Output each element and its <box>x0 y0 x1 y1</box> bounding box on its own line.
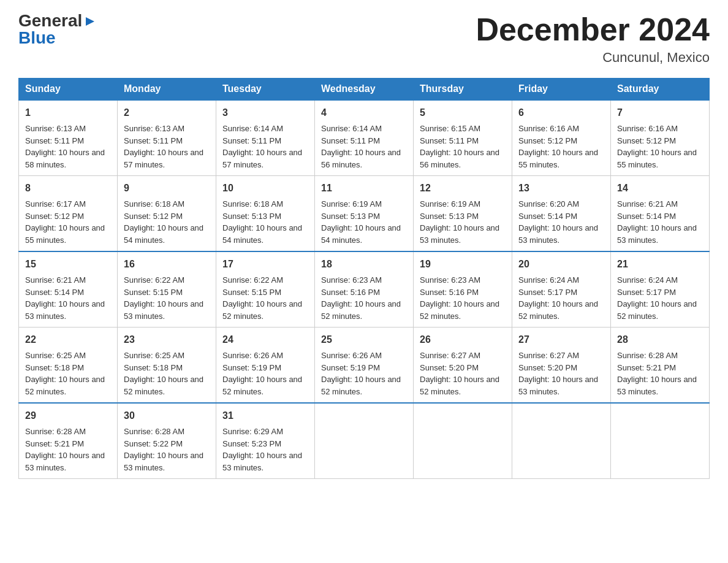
calendar-cell: 3Sunrise: 6:14 AMSunset: 5:11 PMDaylight… <box>216 100 315 176</box>
calendar-table: SundayMondayTuesdayWednesdayThursdayFrid… <box>18 78 710 479</box>
calendar-cell: 12Sunrise: 6:19 AMSunset: 5:13 PMDayligh… <box>414 176 512 252</box>
calendar-cell: 1Sunrise: 6:13 AMSunset: 5:11 PMDaylight… <box>19 100 118 176</box>
day-number: 25 <box>321 332 407 347</box>
day-number: 11 <box>321 181 407 196</box>
logo-blue-text: Blue <box>18 29 56 47</box>
calendar-cell: 21Sunrise: 6:24 AMSunset: 5:17 PMDayligh… <box>611 251 710 327</box>
svg-marker-0 <box>86 17 94 26</box>
calendar-cell: 4Sunrise: 6:14 AMSunset: 5:11 PMDaylight… <box>315 100 414 176</box>
calendar-week-row: 15Sunrise: 6:21 AMSunset: 5:14 PMDayligh… <box>19 251 710 327</box>
day-header-wednesday: Wednesday <box>315 79 414 101</box>
day-number: 27 <box>518 332 604 347</box>
day-number: 6 <box>518 105 604 120</box>
calendar-week-row: 29Sunrise: 6:28 AMSunset: 5:21 PMDayligh… <box>19 403 710 479</box>
day-number: 22 <box>25 332 111 347</box>
calendar-cell: 10Sunrise: 6:18 AMSunset: 5:13 PMDayligh… <box>216 176 315 252</box>
day-number: 16 <box>124 257 210 272</box>
day-number: 10 <box>222 181 308 196</box>
calendar-cell: 25Sunrise: 6:26 AMSunset: 5:19 PMDayligh… <box>315 327 414 404</box>
day-number: 14 <box>617 181 703 196</box>
calendar-cell: 9Sunrise: 6:18 AMSunset: 5:12 PMDaylight… <box>118 176 216 252</box>
day-number: 20 <box>518 257 604 272</box>
calendar-subtitle: Cuncunul, Mexico <box>476 50 710 66</box>
day-header-sunday: Sunday <box>19 79 118 101</box>
calendar-week-row: 8Sunrise: 6:17 AMSunset: 5:12 PMDaylight… <box>19 176 710 252</box>
logo-general-text: General <box>18 12 82 29</box>
calendar-cell: 14Sunrise: 6:21 AMSunset: 5:14 PMDayligh… <box>611 176 710 252</box>
calendar-cell: 18Sunrise: 6:23 AMSunset: 5:16 PMDayligh… <box>315 251 414 327</box>
calendar-cell: 8Sunrise: 6:17 AMSunset: 5:12 PMDaylight… <box>19 176 118 252</box>
day-header-monday: Monday <box>118 79 216 101</box>
day-number: 24 <box>222 332 308 347</box>
day-header-tuesday: Tuesday <box>216 79 315 101</box>
calendar-header-row: SundayMondayTuesdayWednesdayThursdayFrid… <box>19 79 710 101</box>
day-number: 17 <box>222 257 308 272</box>
day-number: 1 <box>25 105 111 120</box>
calendar-cell: 29Sunrise: 6:28 AMSunset: 5:21 PMDayligh… <box>19 403 118 479</box>
day-number: 7 <box>617 105 703 120</box>
day-number: 8 <box>25 181 111 196</box>
calendar-cell: 24Sunrise: 6:26 AMSunset: 5:19 PMDayligh… <box>216 327 315 404</box>
day-number: 18 <box>321 257 407 272</box>
day-number: 31 <box>222 408 308 423</box>
calendar-cell <box>512 403 611 479</box>
calendar-week-row: 22Sunrise: 6:25 AMSunset: 5:18 PMDayligh… <box>19 327 710 404</box>
calendar-cell: 20Sunrise: 6:24 AMSunset: 5:17 PMDayligh… <box>512 251 611 327</box>
header: General Blue December 2024 Cuncunul, Mex… <box>18 12 710 66</box>
day-header-saturday: Saturday <box>611 79 710 101</box>
calendar-cell: 17Sunrise: 6:22 AMSunset: 5:15 PMDayligh… <box>216 251 315 327</box>
day-number: 30 <box>124 408 210 423</box>
day-header-friday: Friday <box>512 79 611 101</box>
calendar-cell: 6Sunrise: 6:16 AMSunset: 5:12 PMDaylight… <box>512 100 611 176</box>
calendar-cell <box>611 403 710 479</box>
day-number: 13 <box>518 181 604 196</box>
day-number: 5 <box>420 105 506 120</box>
day-number: 3 <box>222 105 308 120</box>
calendar-cell: 13Sunrise: 6:20 AMSunset: 5:14 PMDayligh… <box>512 176 611 252</box>
calendar-cell: 5Sunrise: 6:15 AMSunset: 5:11 PMDaylight… <box>414 100 512 176</box>
day-number: 23 <box>124 332 210 347</box>
day-number: 9 <box>124 181 210 196</box>
calendar-cell: 23Sunrise: 6:25 AMSunset: 5:18 PMDayligh… <box>118 327 216 404</box>
day-header-thursday: Thursday <box>414 79 512 101</box>
day-number: 29 <box>25 408 111 423</box>
day-number: 26 <box>420 332 506 347</box>
calendar-cell: 22Sunrise: 6:25 AMSunset: 5:18 PMDayligh… <box>19 327 118 404</box>
calendar-title: December 2024 <box>476 12 710 47</box>
calendar-cell: 30Sunrise: 6:28 AMSunset: 5:22 PMDayligh… <box>118 403 216 479</box>
calendar-cell: 27Sunrise: 6:27 AMSunset: 5:20 PMDayligh… <box>512 327 611 404</box>
calendar-week-row: 1Sunrise: 6:13 AMSunset: 5:11 PMDaylight… <box>19 100 710 176</box>
calendar-cell: 16Sunrise: 6:22 AMSunset: 5:15 PMDayligh… <box>118 251 216 327</box>
calendar-cell: 31Sunrise: 6:29 AMSunset: 5:23 PMDayligh… <box>216 403 315 479</box>
day-number: 28 <box>617 332 703 347</box>
calendar-cell <box>315 403 414 479</box>
calendar-cell: 28Sunrise: 6:28 AMSunset: 5:21 PMDayligh… <box>611 327 710 404</box>
logo: General Blue <box>18 12 97 47</box>
logo-triangle-icon <box>83 15 97 28</box>
calendar-cell: 2Sunrise: 6:13 AMSunset: 5:11 PMDaylight… <box>118 100 216 176</box>
day-number: 4 <box>321 105 407 120</box>
day-number: 2 <box>124 105 210 120</box>
day-number: 12 <box>420 181 506 196</box>
day-number: 19 <box>420 257 506 272</box>
calendar-cell: 7Sunrise: 6:16 AMSunset: 5:12 PMDaylight… <box>611 100 710 176</box>
calendar-cell: 19Sunrise: 6:23 AMSunset: 5:16 PMDayligh… <box>414 251 512 327</box>
calendar-cell: 11Sunrise: 6:19 AMSunset: 5:13 PMDayligh… <box>315 176 414 252</box>
title-block: December 2024 Cuncunul, Mexico <box>476 12 710 66</box>
day-number: 15 <box>25 257 111 272</box>
calendar-cell: 26Sunrise: 6:27 AMSunset: 5:20 PMDayligh… <box>414 327 512 404</box>
day-number: 21 <box>617 257 703 272</box>
calendar-cell: 15Sunrise: 6:21 AMSunset: 5:14 PMDayligh… <box>19 251 118 327</box>
calendar-cell <box>414 403 512 479</box>
